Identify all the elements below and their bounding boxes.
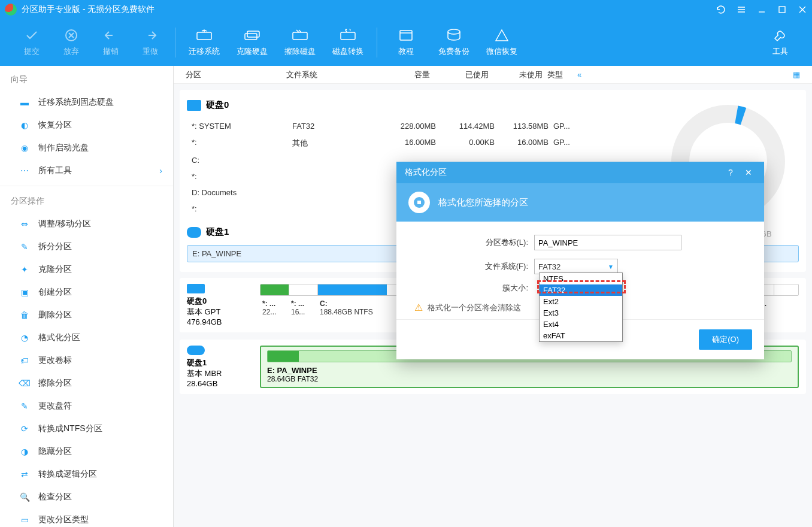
column-header: 分区 文件系统 容量 已使用 未使用 类型 « ▦: [174, 66, 812, 84]
dropdown-option-ntfs[interactable]: NTFS: [540, 273, 622, 284]
sidebar-ops-title: 分区操作: [0, 190, 173, 213]
disc-icon: ◉: [18, 143, 31, 153]
main-panel: 分区 文件系统 容量 已使用 未使用 类型 « ▦ 硬盘0 *: SYSTEMF…: [174, 66, 812, 527]
disk-icon: [187, 227, 201, 238]
svg-rect-3: [245, 34, 257, 40]
format-icon: ◔: [18, 332, 31, 343]
tag-icon: 🏷: [18, 355, 31, 366]
app-logo-icon: [5, 4, 17, 16]
filesystem-label: 文件系统(F):: [414, 261, 534, 272]
sidebar-item-all-tools[interactable]: ⋯所有工具›: [0, 159, 173, 182]
swap-icon: ⇄: [18, 469, 31, 480]
convert-icon: ⟳: [18, 423, 31, 434]
sidebar-item-create[interactable]: ▣创建分区: [0, 281, 173, 304]
svg-rect-4: [247, 31, 259, 37]
sidebar-item-resize[interactable]: ⇔调整/移动分区: [0, 213, 173, 235]
svg-rect-5: [293, 32, 307, 40]
search-icon: 🔍: [18, 492, 31, 502]
volume-label: 分区卷标(L):: [414, 237, 534, 248]
clone-icon: ✦: [18, 264, 31, 275]
sidebar-item-format[interactable]: ◔格式化分区: [0, 326, 173, 349]
dialog-titlebar: 格式化分区 ? ✕: [396, 162, 764, 183]
sidebar-item-ntfs[interactable]: ⟳转换成NTFS分区: [0, 417, 173, 440]
window-title: 分区助手专业版 - 无损分区免费软件: [22, 4, 716, 15]
ok-button[interactable]: 确定(O): [699, 329, 752, 350]
volume-input[interactable]: [534, 235, 681, 250]
drive-icon: ▬: [18, 97, 31, 108]
sidebar-item-migrate-ssd[interactable]: ▬迁移系统到固态硬盘: [0, 91, 173, 114]
convert-disk-button[interactable]: 磁盘转换: [324, 19, 372, 66]
dropdown-option-ext2[interactable]: Ext2: [540, 296, 622, 307]
sidebar-item-logical[interactable]: ⇄转换成逻辑分区: [0, 463, 173, 486]
sidebar-item-hide[interactable]: ◑隐藏分区: [0, 440, 173, 463]
refresh-icon[interactable]: [716, 5, 726, 14]
dialog-header: 格式化您所选择的分区: [396, 183, 764, 222]
disk-icon: [187, 284, 205, 293]
close-icon[interactable]: ✕: [741, 165, 756, 180]
eye-icon: ◑: [18, 446, 31, 457]
toolbar: 提交 放弃 撤销 重做 迁移系统 克隆硬盘 擦除磁盘 磁盘转换 教程 免费备份 …: [0, 19, 812, 66]
collapse-columns-icon[interactable]: «: [577, 70, 581, 79]
sidebar-item-letter[interactable]: ✎更改盘符: [0, 395, 173, 417]
warning-icon: ⚠: [414, 302, 423, 313]
chevron-down-icon: ▼: [608, 264, 614, 270]
cluster-label: 簇大小:: [414, 283, 534, 293]
sidebar-item-split[interactable]: ✎拆分分区: [0, 235, 173, 258]
svg-point-8: [448, 29, 460, 34]
split-icon: ✎: [18, 241, 31, 252]
discard-button[interactable]: 放弃: [51, 19, 91, 66]
broom-icon: ⌫: [18, 378, 31, 389]
chevron-right-icon: ›: [159, 166, 162, 175]
pie-icon: ◐: [18, 120, 31, 131]
svg-rect-7: [400, 31, 412, 40]
dropdown-option-ext4[interactable]: Ext4: [540, 319, 622, 330]
help-icon[interactable]: ?: [723, 165, 738, 180]
wechat-recover-button[interactable]: 微信恢复: [478, 19, 526, 66]
filesystem-dropdown: NTFS FAT32 Ext2 Ext3 Ext4 exFAT: [539, 272, 623, 342]
wipe-disk-button[interactable]: 擦除磁盘: [276, 19, 324, 66]
sidebar-item-changetype[interactable]: ▭更改分区类型: [0, 508, 173, 527]
svg-rect-6: [341, 32, 355, 40]
maximize-icon[interactable]: [777, 5, 787, 14]
dropdown-option-exfat[interactable]: exFAT: [540, 330, 622, 341]
letter-icon: ✎: [18, 401, 31, 411]
menu-icon[interactable]: [737, 5, 746, 14]
tools-button[interactable]: 工具: [761, 19, 800, 66]
free-backup-button[interactable]: 免费备份: [430, 19, 478, 66]
minimize-icon[interactable]: [757, 5, 766, 14]
type-icon: ▭: [18, 514, 31, 525]
trash-icon: 🗑: [18, 310, 31, 320]
svg-rect-12: [417, 201, 421, 204]
sidebar-wizard-title: 向导: [0, 68, 173, 91]
view-grid-icon[interactable]: ▦: [793, 70, 800, 79]
sidebar-item-recover-partition[interactable]: ◐恢复分区: [0, 114, 173, 137]
resize-icon: ⇔: [18, 219, 31, 229]
svg-rect-2: [197, 32, 211, 40]
sidebar-item-delete[interactable]: 🗑删除分区: [0, 304, 173, 326]
sidebar-item-clone[interactable]: ✦克隆分区: [0, 258, 173, 281]
tutorial-button[interactable]: 教程: [382, 19, 430, 66]
disk-icon: [187, 346, 205, 355]
migrate-os-button[interactable]: 迁移系统: [180, 19, 228, 66]
sidebar: 向导 ▬迁移系统到固态硬盘 ◐恢复分区 ◉制作启动光盘 ⋯所有工具› 分区操作 …: [0, 66, 174, 527]
create-icon: ▣: [18, 287, 31, 298]
redo-button[interactable]: 重做: [131, 19, 170, 66]
titlebar: 分区助手专业版 - 无损分区免费软件: [0, 0, 812, 19]
disk-icon: [187, 100, 201, 111]
clone-disk-button[interactable]: 克隆硬盘: [228, 19, 276, 66]
sidebar-item-bootable-media[interactable]: ◉制作启动光盘: [0, 137, 173, 159]
undo-button[interactable]: 撤销: [91, 19, 131, 66]
format-icon: [408, 192, 430, 213]
svg-rect-0: [779, 7, 785, 13]
dropdown-option-fat32[interactable]: FAT32: [540, 284, 622, 296]
dots-icon: ⋯: [18, 165, 31, 176]
sidebar-item-check[interactable]: 🔍检查分区: [0, 486, 173, 508]
close-icon[interactable]: [798, 5, 807, 14]
dropdown-option-ext3[interactable]: Ext3: [540, 307, 622, 319]
sidebar-item-label[interactable]: 🏷更改卷标: [0, 349, 173, 372]
commit-button[interactable]: 提交: [12, 19, 51, 66]
sidebar-item-wipe[interactable]: ⌫擦除分区: [0, 372, 173, 395]
